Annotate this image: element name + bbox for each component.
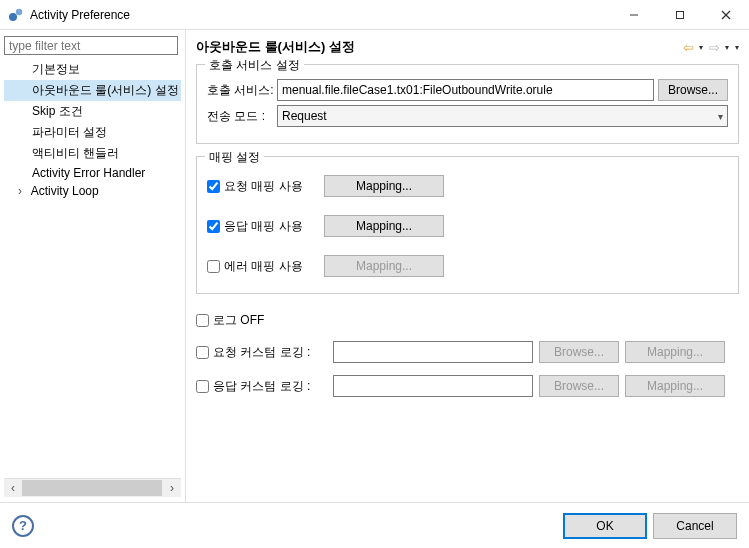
- response-mapping-checkbox[interactable]: [207, 220, 220, 233]
- service-browse-button[interactable]: Browse...: [658, 79, 728, 101]
- service-group-title: 호출 서비스 설정: [205, 57, 304, 74]
- request-mapping-button[interactable]: Mapping...: [324, 175, 444, 197]
- sidebar: 기본정보 아웃바운드 룰(서비스) 설정 Skip 조건 파라미터 설정 액티비…: [0, 30, 186, 502]
- page-title: 아웃바운드 룰(서비스) 설정: [196, 38, 679, 56]
- request-logging-mapping-button: Mapping...: [625, 341, 725, 363]
- arrow-right-icon: ⇨: [709, 40, 720, 55]
- chevron-down-icon: ▾: [718, 111, 723, 122]
- error-mapping-checkbox[interactable]: [207, 260, 220, 273]
- svg-point-1: [16, 8, 22, 14]
- filter-input[interactable]: [4, 36, 178, 55]
- nav-menu-dropdown[interactable]: ▾: [735, 43, 739, 52]
- tree-item-activity-handler[interactable]: 액티비티 핸들러: [4, 143, 181, 164]
- request-mapping-checkbox[interactable]: [207, 180, 220, 193]
- log-off-label: 로그 OFF: [213, 312, 264, 329]
- request-logging-checkbox[interactable]: [196, 346, 209, 359]
- response-mapping-button[interactable]: Mapping...: [324, 215, 444, 237]
- response-mapping-label: 응답 매핑 사용: [224, 218, 320, 235]
- error-mapping-label: 에러 매핑 사용: [224, 258, 320, 275]
- mode-select[interactable]: Request ▾: [277, 105, 728, 127]
- tree-item-activity-loop[interactable]: › Activity Loop: [4, 182, 181, 200]
- scroll-track[interactable]: [22, 479, 163, 497]
- mode-value: Request: [282, 109, 327, 123]
- chevron-right-icon: ›: [18, 184, 28, 198]
- error-mapping-button: Mapping...: [324, 255, 444, 277]
- nav-back-dropdown[interactable]: ▾: [699, 43, 703, 52]
- maximize-button[interactable]: [657, 0, 703, 30]
- title-bar: Activity Preference: [0, 0, 749, 30]
- tree-item-label: Activity Loop: [31, 184, 99, 198]
- request-logging-label: 요청 커스텀 로깅 :: [213, 344, 333, 361]
- service-label: 호출 서비스:: [207, 82, 277, 99]
- help-button[interactable]: ?: [12, 515, 34, 537]
- app-icon: [8, 7, 24, 23]
- horizontal-scrollbar[interactable]: ‹ ›: [4, 478, 181, 496]
- tree-item-skip[interactable]: Skip 조건: [4, 101, 181, 122]
- response-logging-browse-button: Browse...: [539, 375, 619, 397]
- mode-label: 전송 모드 :: [207, 108, 277, 125]
- scroll-right-icon[interactable]: ›: [163, 479, 181, 497]
- svg-rect-3: [677, 11, 684, 18]
- scroll-thumb[interactable]: [22, 480, 162, 496]
- svg-point-0: [9, 13, 17, 21]
- cancel-button[interactable]: Cancel: [653, 513, 737, 539]
- tree-item-parameter[interactable]: 파라미터 설정: [4, 122, 181, 143]
- nav-back-button[interactable]: ⇦: [679, 39, 697, 55]
- arrow-left-icon: ⇦: [683, 40, 694, 55]
- ok-button[interactable]: OK: [563, 513, 647, 539]
- mapping-group-title: 매핑 설정: [205, 149, 264, 166]
- nav-forward-dropdown[interactable]: ▾: [725, 43, 729, 52]
- scroll-left-icon[interactable]: ‹: [4, 479, 22, 497]
- window-title: Activity Preference: [30, 8, 611, 22]
- nav-tree[interactable]: 기본정보 아웃바운드 룰(서비스) 설정 Skip 조건 파라미터 설정 액티비…: [4, 59, 181, 200]
- tree-item-error-handler[interactable]: Activity Error Handler: [4, 164, 181, 182]
- close-button[interactable]: [703, 0, 749, 30]
- response-logging-label: 응답 커스텀 로깅 :: [213, 378, 333, 395]
- tree-item-outbound-rule[interactable]: 아웃바운드 룰(서비스) 설정: [4, 80, 181, 101]
- nav-forward-button: ⇨: [705, 39, 723, 55]
- response-logging-mapping-button: Mapping...: [625, 375, 725, 397]
- tree-item-basic[interactable]: 기본정보: [4, 59, 181, 80]
- response-logging-input[interactable]: [333, 375, 533, 397]
- minimize-button[interactable]: [611, 0, 657, 30]
- service-input[interactable]: [277, 79, 654, 101]
- mapping-group: 매핑 설정 요청 매핑 사용 Mapping... 응답 매핑 사용 Mappi…: [196, 156, 739, 294]
- main-panel: 아웃바운드 룰(서비스) 설정 ⇦ ▾ ⇨ ▾ ▾ 호출 서비스 설정 호출 서…: [186, 30, 749, 502]
- service-group: 호출 서비스 설정 호출 서비스: Browse... 전송 모드 : Requ…: [196, 64, 739, 144]
- request-logging-input[interactable]: [333, 341, 533, 363]
- request-logging-browse-button: Browse...: [539, 341, 619, 363]
- log-off-checkbox[interactable]: [196, 314, 209, 327]
- response-logging-checkbox[interactable]: [196, 380, 209, 393]
- request-mapping-label: 요청 매핑 사용: [224, 178, 320, 195]
- dialog-footer: ? OK Cancel: [0, 502, 749, 548]
